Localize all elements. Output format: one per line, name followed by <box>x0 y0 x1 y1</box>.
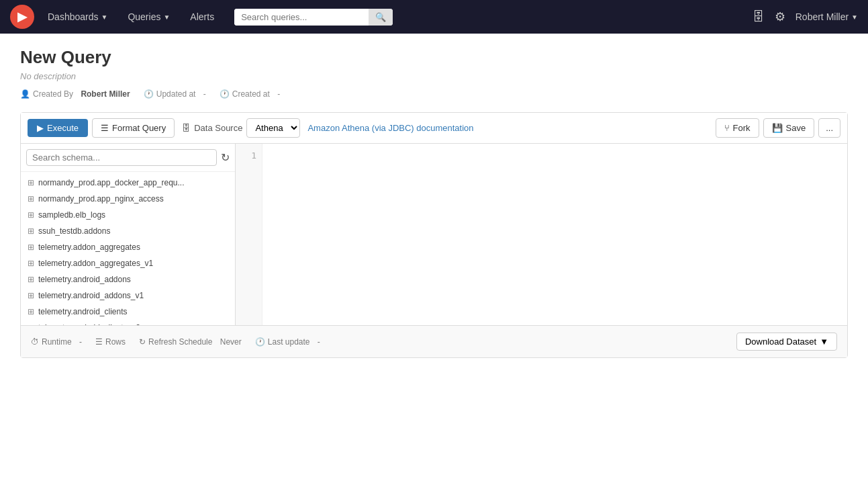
schema-list-item[interactable]: ⊞telemetry.addon_aggregates <box>21 239 235 255</box>
created-by: 👤 Created By Robert Miller <box>20 89 130 99</box>
save-button[interactable]: 💾 Save <box>763 118 815 138</box>
code-area[interactable] <box>262 144 847 325</box>
code-editor: 1 <box>236 144 847 325</box>
schema-list-item[interactable]: ⊞sampledb.elb_logs <box>21 207 235 223</box>
search-bar: 🔍 <box>234 9 393 26</box>
table-icon: ⊞ <box>28 178 34 187</box>
datasource-docs-link[interactable]: Amazon Athena (via JDBC) documentation <box>307 123 473 133</box>
nav-alerts[interactable]: Alerts <box>183 0 221 34</box>
nav-queries[interactable]: Queries ▼ <box>121 0 177 34</box>
schema-list-item[interactable]: ⊞telemetry.android_addons <box>21 271 235 288</box>
results-bar: ⏱ Runtime - ☰ Rows ↻ Refresh Schedule Ne… <box>21 325 847 357</box>
user-meta-icon: 👤 <box>20 89 30 99</box>
download-chevron-icon: ▼ <box>820 337 828 347</box>
settings-icon[interactable]: ⚙ <box>775 9 785 24</box>
last-update-icon: 🕐 <box>255 337 265 347</box>
table-icon: ⊞ <box>28 242 34 252</box>
editor-body: ↻ ⊞normandy_prod.app_docker_app_requ...⊞… <box>21 144 847 325</box>
save-icon: 💾 <box>772 123 783 133</box>
rows-stat: ☰ Rows <box>95 337 126 347</box>
database-icon[interactable]: 🗄 <box>753 10 765 24</box>
page-description: No description <box>20 71 848 81</box>
page-title: New Query <box>20 47 848 68</box>
runtime-icon: ⏱ <box>31 337 39 347</box>
table-icon: ⊞ <box>28 275 34 284</box>
dashboards-chevron-icon: ▼ <box>101 13 108 21</box>
table-icon: ⊞ <box>28 210 34 220</box>
meta-bar: 👤 Created By Robert Miller 🕐 Updated at … <box>20 89 848 99</box>
schema-search-input[interactable] <box>26 149 217 166</box>
created-at: 🕐 Created at - <box>220 89 280 99</box>
schema-list-item[interactable]: ⊞telemetry.addon_aggregates_v1 <box>21 255 235 271</box>
runtime-stat: ⏱ Runtime - <box>31 337 82 347</box>
search-button[interactable]: 🔍 <box>369 9 393 26</box>
download-dataset-button[interactable]: Download Dataset ▼ <box>736 333 837 351</box>
table-icon: ⊞ <box>28 194 34 204</box>
schema-list-item[interactable]: ⊞normandy_prod.app_nginx_access <box>21 191 235 207</box>
schema-search-bar: ↻ <box>21 144 235 172</box>
clock-icon: 🕐 <box>144 89 154 99</box>
more-button[interactable]: ... <box>818 118 840 138</box>
line-numbers: 1 <box>236 144 262 325</box>
app-logo[interactable]: ▶ <box>10 5 34 29</box>
schema-list-item[interactable]: ⊞normandy_prod.app_docker_app_requ... <box>21 175 235 191</box>
datasource-icon: 🗄 <box>182 123 191 133</box>
page-content: New Query No description 👤 Created By Ro… <box>0 34 868 485</box>
table-icon: ⊞ <box>28 291 34 300</box>
schema-list: ⊞normandy_prod.app_docker_app_requ...⊞no… <box>21 172 235 325</box>
format-query-button[interactable]: ☰ Format Query <box>92 118 175 138</box>
toolbar-right: ⑂ Fork 💾 Save ... <box>716 118 840 138</box>
refresh-stat: ↻ Refresh Schedule Never <box>139 337 242 347</box>
execute-button[interactable]: ▶ Execute <box>28 119 88 137</box>
schema-list-item[interactable]: ⊞telemetry.android_clients <box>21 304 235 320</box>
clock2-icon: 🕐 <box>220 89 230 99</box>
table-icon: ⊞ <box>28 323 34 325</box>
schema-panel: ↻ ⊞normandy_prod.app_docker_app_requ...⊞… <box>21 144 236 325</box>
execute-icon: ▶ <box>37 123 44 133</box>
datasource-select[interactable]: Athena <box>246 118 300 138</box>
queries-chevron-icon: ▼ <box>163 13 170 21</box>
schema-refresh-button[interactable]: ↻ <box>221 151 230 164</box>
table-icon: ⊞ <box>28 259 34 268</box>
creator-name: Robert Miller <box>81 89 130 99</box>
table-icon: ⊞ <box>28 307 34 316</box>
query-toolbar: ▶ Execute ☰ Format Query 🗄 Data Source A… <box>21 113 847 144</box>
nav-dashboards[interactable]: Dashboards ▼ <box>41 0 114 34</box>
updated-at: 🕐 Updated at - <box>144 89 206 99</box>
user-menu[interactable]: Robert Miller ▼ <box>795 11 858 22</box>
schema-list-item[interactable]: ⊞telemetry.android_clients_v2 <box>21 320 235 325</box>
navbar-right: 🗄 ⚙ Robert Miller ▼ <box>753 9 858 24</box>
search-input[interactable] <box>234 9 369 26</box>
query-editor-container: ▶ Execute ☰ Format Query 🗄 Data Source A… <box>20 112 848 358</box>
format-icon: ☰ <box>101 123 109 133</box>
navbar: ▶ Dashboards ▼ Queries ▼ Alerts 🔍 🗄 ⚙ Ro… <box>0 0 868 34</box>
logo-icon: ▶ <box>17 9 27 24</box>
rows-icon: ☰ <box>95 337 103 347</box>
datasource-label: 🗄 Data Source <box>182 123 242 133</box>
last-update-stat: 🕐 Last update - <box>255 337 320 347</box>
schema-list-item[interactable]: ⊞telemetry.android_addons_v1 <box>21 288 235 304</box>
refresh-icon: ↻ <box>139 337 146 347</box>
table-icon: ⊞ <box>28 226 34 236</box>
schema-list-item[interactable]: ⊞ssuh_testdb.addons <box>21 223 235 239</box>
fork-icon: ⑂ <box>724 123 730 133</box>
fork-button[interactable]: ⑂ Fork <box>716 118 759 138</box>
user-chevron-icon: ▼ <box>851 13 858 21</box>
